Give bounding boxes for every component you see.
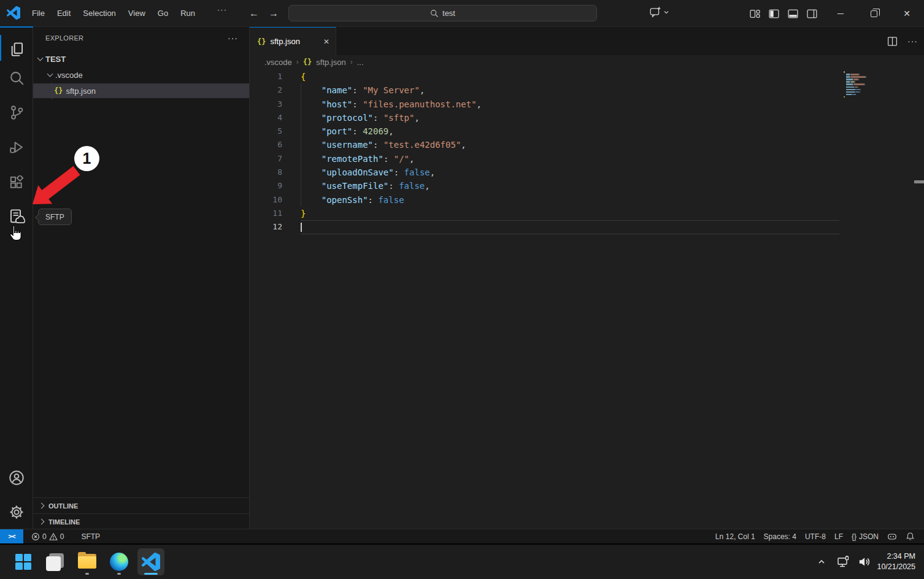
network-icon[interactable]: [836, 554, 851, 569]
timeline-section[interactable]: TIMELINE: [33, 513, 249, 529]
tray-chevron-up-icon[interactable]: [817, 557, 826, 567]
sftp-status-label: SFTP: [81, 532, 100, 541]
split-editor-icon[interactable]: [887, 36, 898, 47]
chevron-right-icon: ›: [296, 58, 299, 66]
tab-sftp-json[interactable]: {} sftp.json ✕: [250, 27, 336, 55]
tab-close-icon[interactable]: ✕: [323, 37, 329, 46]
menu-go[interactable]: Go: [152, 5, 174, 22]
search-value: test: [442, 9, 455, 18]
line-content: "openSsh": false: [282, 193, 404, 207]
code-line-9[interactable]: 9 "useTempFile": false,: [250, 179, 924, 193]
json-file-icon: {}: [54, 86, 63, 95]
tree-file-sftp-json[interactable]: {} sftp.json: [33, 83, 249, 98]
menu-run[interactable]: Run: [174, 5, 201, 22]
breadcrumb-file[interactable]: sftp.json: [316, 58, 345, 67]
menu-selection[interactable]: Selection: [77, 5, 121, 22]
minimap-line: [844, 83, 874, 85]
search-view-icon[interactable]: [0, 64, 33, 92]
nav-forward-button[interactable]: →: [265, 5, 282, 22]
line-content: "uploadOnSave": false,: [282, 166, 435, 179]
notifications-bell-icon[interactable]: [901, 529, 919, 543]
remote-indicator[interactable]: ><: [0, 529, 23, 543]
editor-more-button[interactable]: ···: [907, 36, 918, 46]
code-editor[interactable]: 1{2 "name": "My Server",3 "host": "files…: [250, 69, 924, 529]
indentation-status[interactable]: Spaces: 4: [760, 529, 801, 543]
code-line-10[interactable]: 10 "openSsh": false: [250, 193, 924, 207]
minimap-line: [844, 81, 874, 83]
minimap-line: [844, 91, 874, 93]
eol-status[interactable]: LF: [830, 529, 847, 543]
menu-more-button[interactable]: ···: [211, 5, 233, 14]
customize-layout-icon[interactable]: [750, 9, 760, 19]
layout-controls: [750, 0, 817, 27]
code-line-12[interactable]: 12: [250, 220, 924, 234]
language-mode-status[interactable]: {} JSON: [847, 529, 883, 543]
sftp-status[interactable]: SFTP: [77, 529, 104, 543]
vscode-taskbar-button[interactable]: [137, 548, 164, 575]
tree-root-test[interactable]: TEST: [33, 52, 249, 66]
cursor-position-status[interactable]: Ln 12, Col 1: [711, 529, 760, 543]
explorer-icon[interactable]: [0, 35, 33, 63]
status-bar: >< 0 0 SFTP Ln 12, Col 1 Spaces: 4 UTF-8…: [0, 529, 924, 543]
encoding-status[interactable]: UTF-8: [801, 529, 830, 543]
explorer-title: EXPLORER: [45, 34, 83, 42]
file-explorer-button[interactable]: [74, 548, 101, 575]
tooltip-label: SFTP: [45, 213, 64, 221]
explorer-sidebar: EXPLORER ··· TEST .vscode {} sftp.json O…: [33, 27, 250, 529]
menu-file[interactable]: File: [26, 5, 51, 22]
edge-browser-button[interactable]: [106, 548, 133, 575]
cursor-caret: [301, 223, 302, 231]
menu-edit[interactable]: Edit: [51, 5, 77, 22]
breadcrumb-more[interactable]: ...: [357, 58, 364, 67]
outline-label: OUTLINE: [48, 502, 78, 510]
toggle-panel-icon[interactable]: [788, 9, 798, 19]
code-line-2[interactable]: 2 "name": "My Server",: [250, 83, 924, 97]
sftp-tooltip: SFTP: [38, 209, 72, 225]
running-indicator: [85, 573, 89, 575]
minimap[interactable]: [844, 71, 874, 101]
restore-button[interactable]: [860, 0, 888, 27]
line-content: "port": 42069,: [282, 125, 394, 138]
minimize-button[interactable]: ─: [826, 0, 855, 27]
start-button[interactable]: [10, 548, 37, 575]
nav-back-button[interactable]: ←: [245, 5, 263, 22]
code-line-3[interactable]: 3 "host": "files.peanuthost.net",: [250, 98, 924, 111]
outline-section[interactable]: OUTLINE: [33, 497, 249, 513]
error-count: 0: [42, 532, 47, 541]
code-line-8[interactable]: 8 "uploadOnSave": false,: [250, 166, 924, 179]
overview-ruler-marker: [914, 180, 924, 183]
menu-view[interactable]: View: [122, 5, 152, 22]
code-line-6[interactable]: 6 "username": "test.e42d6f05",: [250, 138, 924, 151]
code-line-1[interactable]: 1{: [250, 70, 924, 83]
code-line-4[interactable]: 4 "protocol": "sftp",: [250, 111, 924, 125]
toggle-sidebar-icon[interactable]: [769, 9, 779, 19]
command-center-search[interactable]: test: [288, 5, 597, 21]
line-number: 7: [250, 152, 282, 166]
settings-gear-icon[interactable]: [0, 498, 33, 526]
taskbar-clock[interactable]: 2:34 PM 10/21/2025: [877, 551, 915, 573]
code-line-7[interactable]: 7 "remotePath": "/",: [250, 152, 924, 166]
source-control-icon[interactable]: [0, 98, 33, 126]
accounts-icon[interactable]: [0, 464, 33, 492]
chevron-right-icon: ›: [350, 58, 353, 66]
code-line-11[interactable]: 11}: [250, 207, 924, 220]
line-number: 12: [250, 220, 282, 234]
code-line-5[interactable]: 5 "port": 42069,: [250, 125, 924, 138]
editor-group: {} sftp.json ✕ ··· .vscode › {} sftp.jso…: [250, 27, 924, 529]
explorer-more-button[interactable]: ···: [228, 33, 238, 43]
breadcrumb[interactable]: .vscode › {} sftp.json › ...: [250, 55, 924, 69]
copilot-status-icon[interactable]: [883, 529, 901, 543]
copilot-chat-button[interactable]: [649, 6, 669, 18]
file-label: sftp.json: [66, 86, 95, 96]
current-line-highlight: [301, 220, 839, 234]
task-view-button[interactable]: [42, 548, 69, 575]
minimap-line: [844, 94, 874, 96]
toggle-secondary-sidebar-icon[interactable]: [807, 9, 817, 19]
volume-icon[interactable]: [857, 555, 871, 569]
line-number: 3: [250, 98, 282, 111]
breadcrumb-folder[interactable]: .vscode: [264, 58, 292, 67]
close-button[interactable]: ✕: [893, 0, 921, 27]
tree-folder-vscode[interactable]: .vscode: [33, 67, 249, 82]
problems-status[interactable]: 0 0: [27, 529, 68, 543]
warning-icon: [49, 532, 58, 541]
